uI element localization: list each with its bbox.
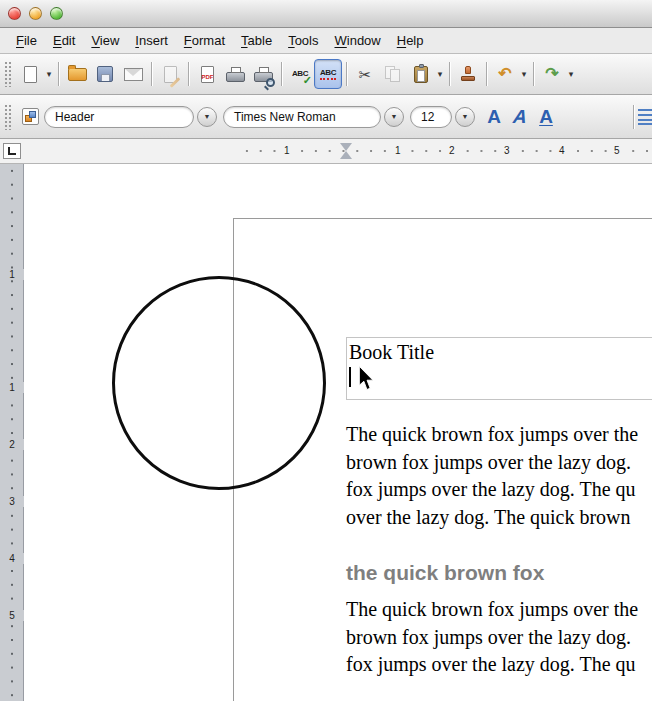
copy-icon [385,66,401,82]
ruler-mark: 1 [0,269,24,280]
minimize-button[interactable] [29,7,42,20]
justify-icon[interactable] [638,109,652,125]
standard-toolbar: ▾ PDF ABC✓ ABC ✂ ▾ ↶ ▾ ↷ ▾ [0,54,652,95]
font-name-field[interactable]: Times New Roman [223,106,381,128]
font-name-combo: Times New Roman ▼ [223,106,404,128]
ruler-mark: 3 [501,145,513,156]
print-preview-button[interactable] [249,59,277,89]
ruler-mark: 1 [281,145,293,156]
left-tab-icon [8,147,16,155]
separator [346,62,347,86]
menu-insert[interactable]: Insert [127,30,176,51]
text-line: The quick brown fox jumps over the [346,421,638,449]
horizontal-ruler[interactable]: 1 1 2 3 4 5 [0,139,652,164]
toolbar-drag-handle[interactable] [4,61,12,87]
redo-dropdown[interactable]: ▾ [566,69,576,79]
text-line: The quick brown fox jumps over the [346,596,638,624]
text-line: brown fox jumps over the lazy dog. [346,449,638,477]
redo-icon: ↷ [545,66,558,82]
email-icon [124,68,143,81]
new-document-button[interactable] [16,59,44,89]
menu-window[interactable]: Window [326,30,388,51]
ruler-mark: 4 [0,553,24,564]
scissors-icon: ✂ [359,67,372,82]
ruler-mark: 1 [392,145,404,156]
bold-button[interactable]: A [481,103,507,131]
header-title-text[interactable]: Book Title [349,340,434,364]
styles-icon [22,108,39,125]
menu-view[interactable]: View [83,30,127,51]
email-button[interactable] [119,59,147,89]
magnifier-icon [266,78,275,87]
separator [533,62,534,86]
text-line: fox jumps over the lazy dog. The qu [346,476,638,504]
new-document-dropdown[interactable]: ▾ [44,69,54,79]
text-line: over the lazy dog. The quick brown [346,504,638,532]
font-size-combo: 12 ▼ [410,106,475,128]
autospellcheck-icon: ABC [320,69,336,80]
body-paragraph[interactable]: The quick brown fox jumps over the brown… [346,421,638,531]
font-name-dropdown[interactable]: ▼ [384,107,404,127]
print-button[interactable] [221,59,249,89]
separator [633,105,634,129]
save-icon [97,66,113,82]
pdf-icon: PDF [201,66,214,83]
text-caret [349,367,351,387]
undo-button[interactable]: ↶ [491,59,519,89]
menu-format[interactable]: Format [176,30,233,51]
title-bar [0,0,652,28]
font-size-field[interactable]: 12 [410,106,452,128]
formatting-toolbar: Header ▼ Times New Roman ▼ 12 ▼ A A A [0,95,652,139]
close-button[interactable] [8,7,21,20]
document-view[interactable]: 1 1 2 3 4 5 Book Title The quick brown f… [0,164,652,701]
separator [58,62,59,86]
ruler-mark: 5 [611,145,623,156]
separator [281,62,282,86]
autospellcheck-toggle[interactable]: ABC [314,59,342,89]
paste-button[interactable] [407,59,435,89]
text-line: fox jumps over the lazy dog. The qu [346,651,638,679]
page-left-boundary [233,218,234,701]
vertical-ruler[interactable]: 1 1 2 3 4 5 [0,164,24,701]
annotation-circle [112,276,326,490]
paragraph-style-field[interactable]: Header [44,106,194,128]
menu-file[interactable]: File [8,30,45,51]
menu-edit[interactable]: Edit [45,30,83,51]
styles-button[interactable] [16,102,44,132]
menu-tools[interactable]: Tools [280,30,326,51]
open-folder-icon [68,68,87,81]
format-paintbrush-button[interactable] [454,59,482,89]
writer-window: File Edit View Insert Format Table Tools… [0,0,652,701]
undo-icon: ↶ [498,66,511,82]
cut-button[interactable]: ✂ [351,59,379,89]
underline-button[interactable]: A [533,103,559,131]
menu-table[interactable]: Table [233,30,280,51]
separator [486,62,487,86]
ruler-mark: 4 [556,145,568,156]
redo-button[interactable]: ↷ [538,59,566,89]
undo-dropdown[interactable]: ▾ [519,69,529,79]
menu-help[interactable]: Help [389,30,432,51]
save-button[interactable] [91,59,119,89]
ruler-mark: 5 [0,610,24,621]
format-paintbrush-icon [460,66,476,82]
paste-dropdown[interactable]: ▾ [435,69,445,79]
separator [151,62,152,86]
open-button[interactable] [63,59,91,89]
zoom-button[interactable] [50,7,63,20]
menu-bar: File Edit View Insert Format Table Tools… [0,28,652,54]
italic-button[interactable]: A [506,103,535,131]
check-icon: ✓ [303,75,312,86]
export-pdf-button[interactable]: PDF [193,59,221,89]
edit-file-button [156,59,184,89]
body-paragraph[interactable]: The quick brown fox jumps over the brown… [346,596,638,679]
paragraph-style-dropdown[interactable]: ▼ [197,107,217,127]
toolbar-drag-handle[interactable] [4,104,12,130]
font-size-dropdown[interactable]: ▼ [455,107,475,127]
paste-icon [414,66,428,83]
printer-icon [226,72,245,82]
section-heading[interactable]: the quick brown fox [346,561,544,585]
tab-stop-selector[interactable] [3,143,21,159]
text-line: brown fox jumps over the lazy dog. [346,624,638,652]
spellcheck-button[interactable]: ABC✓ [286,59,314,89]
